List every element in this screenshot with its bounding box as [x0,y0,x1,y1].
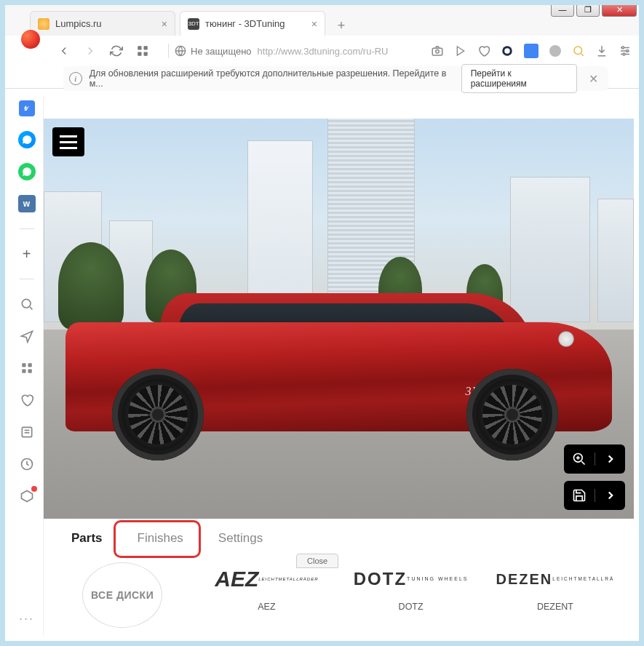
extensions-sidebar-icon[interactable] [18,487,36,505]
reload-button[interactable] [108,43,124,59]
car-model[interactable]: 3DT [65,271,612,460]
heart-icon[interactable] [477,44,490,57]
easy-setup-icon[interactable] [619,44,632,57]
security-indicator[interactable]: Не защищено [175,45,252,57]
svg-rect-1 [144,46,148,49]
address-bar[interactable]: Не защищено http://www.3dtuning.com/ru-R… [161,39,395,63]
nav-bar: Не защищено http://www.3dtuning.com/ru-R… [5,36,639,66]
whatsapp-sidebar-icon[interactable] [18,163,36,180]
play-icon[interactable] [454,44,467,57]
all-wheels-badge: ВСЕ ДИСКИ [82,562,162,628]
sidebar-divider [20,279,34,279]
translate-ext-icon[interactable] [524,44,538,58]
tab-close-icon[interactable]: × [162,18,167,30]
snapshot-icon[interactable] [431,44,444,57]
nav-right-icons [431,44,632,58]
config-tabs: Parts Finishes Settings [44,519,634,558]
view-controls [564,444,625,510]
vk-sidebar-icon[interactable]: w [18,195,36,212]
save-control[interactable] [564,481,625,510]
tab-favicon-icon [38,18,49,30]
svg-point-10 [549,45,561,57]
brand-dezent[interactable]: DEZENLEICHTMETALLRÄ DEZENT [487,562,624,612]
back-button[interactable] [56,43,72,59]
svg-rect-0 [138,46,141,49]
history-sidebar-icon[interactable] [18,455,36,473]
front-wheel[interactable] [112,369,204,460]
svg-rect-20 [28,363,31,367]
svg-rect-2 [138,52,141,56]
brand-logo-icon: DOTZTUNING WHEELS [354,562,469,596]
forward-button[interactable] [82,43,98,59]
tab-title: тюнинг - 3DTuning [205,18,306,29]
sidebar-more-button[interactable]: ... [18,607,36,624]
svg-point-9 [504,48,510,54]
brand-name: DEZENT [537,602,573,612]
chevron-right-icon[interactable] [595,452,625,466]
go-to-extensions-button[interactable]: Перейти к расширениям [461,64,577,93]
opera-logo-icon[interactable] [21,30,40,49]
svg-point-11 [574,47,582,55]
search-sidebar-icon[interactable] [18,295,36,313]
sidebar-divider [20,228,34,229]
flow-sidebar-icon[interactable] [18,327,36,345]
tab-favicon-icon: 3DT [188,18,199,30]
brand-aez[interactable]: AEZLEICHTMETALLRÄDER AEZ [198,562,335,612]
brand-name: AEZ [258,602,275,612]
window-controls: — ❐ ✕ [551,2,637,17]
download-icon[interactable] [595,44,608,57]
search-ext-icon[interactable] [572,44,585,57]
svg-rect-22 [28,370,31,373]
tab-title: Lumpics.ru [55,18,156,29]
minimize-button[interactable]: — [551,2,574,17]
bookmarks-sidebar-icon[interactable] [18,391,36,409]
page-content: 3DT Parts Finishes Settings Close ВСЕ [44,119,634,636]
svg-point-16 [627,50,629,52]
speed-dial-button[interactable] [135,43,151,59]
rear-wheel[interactable] [466,369,558,460]
messenger-sidebar-icon[interactable] [18,131,36,148]
translate-sidebar-icon[interactable] [19,100,35,116]
url-text: http://www.3dtuning.com/ru-RU [258,46,389,57]
tab-parts[interactable]: Parts [54,521,120,556]
info-icon: i [69,72,82,85]
tab-bar: Lumpics.ru × 3DT тюнинг - 3DTuning × + [5,5,639,36]
window-close-button[interactable]: ✕ [602,2,637,17]
tab-close-icon[interactable]: × [311,18,317,30]
svg-rect-5 [432,48,442,55]
tab-lumpics[interactable]: Lumpics.ru × [30,11,175,36]
extension-notice-close-icon[interactable]: ✕ [584,72,603,86]
brand-logo-icon: DEZENLEICHTMETALLRÄ [496,562,615,596]
news-sidebar-icon[interactable] [18,423,36,441]
brand-list: ВСЕ ДИСКИ AEZLEICHTMETALLRÄDER AEZ DOTZT… [44,558,634,632]
notification-dot-icon [31,486,37,492]
extension-notice-text: Для обновления расширений требуются допо… [90,68,454,89]
new-tab-button[interactable]: + [331,15,351,36]
brand-dotz[interactable]: DOTZTUNING WHEELS DOTZ [343,562,480,612]
fuel-cap-icon [558,331,574,347]
svg-point-17 [623,53,625,55]
brand-name: DOTZ [399,602,424,612]
speed-dial-sidebar-icon[interactable] [18,359,36,377]
save-icon[interactable] [564,488,595,503]
zoom-in-icon[interactable] [564,452,595,466]
tab-finishes[interactable]: Finishes [120,521,201,556]
tab-settings[interactable]: Settings [201,521,280,556]
menu-button[interactable] [52,127,84,156]
security-label: Не защищено [191,46,252,57]
adblock-icon[interactable] [501,44,514,57]
maximize-button[interactable]: ❐ [576,2,600,17]
configurator-panel: Parts Finishes Settings Close ВСЕ ДИСКИ … [44,519,634,636]
svg-point-18 [22,299,31,308]
zoom-control[interactable] [564,444,625,474]
close-panel-button[interactable]: Close [296,554,338,568]
chevron-right-icon[interactable] [595,489,625,502]
car-viewport[interactable]: 3DT [44,119,634,519]
browser-chrome: Lumpics.ru × 3DT тюнинг - 3DTuning × + Н… [5,5,639,89]
svg-point-15 [622,47,624,49]
tab-3dtuning[interactable]: 3DT тюнинг - 3DTuning × [180,11,325,36]
add-messenger-button[interactable]: + [18,245,36,263]
extension-notice-bar: i Для обновления расширений требуются до… [63,66,608,91]
brand-all[interactable]: ВСЕ ДИСКИ [54,562,191,628]
extension-icon[interactable] [549,44,562,57]
